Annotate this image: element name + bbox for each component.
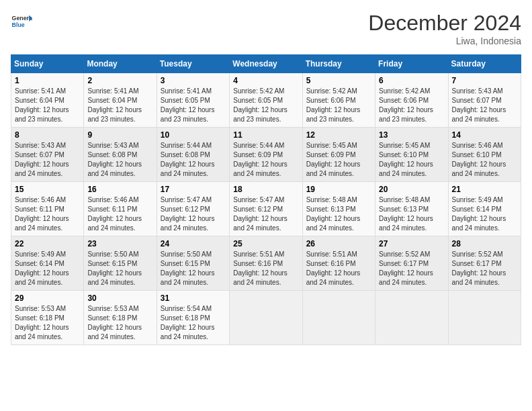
calendar-cell: 27 Sunrise: 5:52 AMSunset: 6:17 PMDaylig… bbox=[375, 236, 448, 291]
calendar-cell: 4 Sunrise: 5:42 AMSunset: 6:05 PMDayligh… bbox=[230, 73, 302, 128]
calendar-cell: 6 Sunrise: 5:42 AMSunset: 6:06 PMDayligh… bbox=[375, 73, 448, 128]
weekday-monday: Monday bbox=[84, 55, 157, 73]
day-number: 27 bbox=[379, 239, 444, 248]
day-info: Sunrise: 5:46 AMSunset: 6:11 PMDaylight:… bbox=[87, 196, 142, 232]
day-info: Sunrise: 5:44 AMSunset: 6:08 PMDaylight:… bbox=[161, 142, 215, 177]
calendar-body: 1 Sunrise: 5:41 AMSunset: 6:04 PMDayligh… bbox=[11, 73, 521, 345]
calendar-cell: 18 Sunrise: 5:47 AMSunset: 6:12 PMDaylig… bbox=[230, 182, 302, 236]
day-info: Sunrise: 5:47 AMSunset: 6:12 PMDaylight:… bbox=[161, 196, 215, 232]
day-number: 13 bbox=[379, 130, 444, 140]
day-number: 7 bbox=[452, 76, 517, 85]
calendar-cell: 25 Sunrise: 5:51 AMSunset: 6:16 PMDaylig… bbox=[230, 236, 302, 291]
day-number: 25 bbox=[233, 239, 298, 248]
day-info: Sunrise: 5:50 AMSunset: 6:15 PMDaylight:… bbox=[161, 250, 215, 286]
logo: General Blue bbox=[11, 11, 32, 32]
day-number: 30 bbox=[87, 293, 152, 303]
day-number: 14 bbox=[452, 130, 517, 140]
day-number: 4 bbox=[233, 76, 298, 85]
calendar-cell bbox=[302, 291, 375, 345]
day-info: Sunrise: 5:51 AMSunset: 6:16 PMDaylight:… bbox=[233, 250, 287, 286]
calendar-cell: 28 Sunrise: 5:52 AMSunset: 6:17 PMDaylig… bbox=[448, 236, 521, 291]
day-info: Sunrise: 5:53 AMSunset: 6:18 PMDaylight:… bbox=[87, 305, 142, 340]
day-number: 23 bbox=[87, 239, 152, 248]
day-info: Sunrise: 5:42 AMSunset: 6:06 PMDaylight:… bbox=[306, 87, 361, 123]
calendar-table: SundayMondayTuesdayWednesdayThursdayFrid… bbox=[11, 54, 521, 345]
day-info: Sunrise: 5:43 AMSunset: 6:07 PMDaylight:… bbox=[15, 142, 69, 177]
calendar-cell: 3 Sunrise: 5:41 AMSunset: 6:05 PMDayligh… bbox=[157, 73, 229, 128]
weekday-friday: Friday bbox=[375, 55, 448, 73]
weekday-wednesday: Wednesday bbox=[230, 55, 302, 73]
day-info: Sunrise: 5:53 AMSunset: 6:18 PMDaylight:… bbox=[15, 305, 69, 340]
calendar-cell: 11 Sunrise: 5:44 AMSunset: 6:09 PMDaylig… bbox=[230, 128, 302, 182]
calendar-cell bbox=[448, 291, 521, 345]
day-number: 12 bbox=[306, 130, 371, 140]
day-number: 24 bbox=[161, 239, 226, 248]
day-info: Sunrise: 5:41 AMSunset: 6:05 PMDaylight:… bbox=[161, 87, 215, 123]
day-number: 1 bbox=[15, 76, 80, 85]
day-info: Sunrise: 5:45 AMSunset: 6:10 PMDaylight:… bbox=[379, 142, 433, 177]
day-info: Sunrise: 5:43 AMSunset: 6:07 PMDaylight:… bbox=[452, 87, 506, 123]
day-number: 8 bbox=[15, 130, 80, 140]
day-number: 11 bbox=[233, 130, 298, 140]
day-number: 20 bbox=[379, 185, 444, 194]
day-info: Sunrise: 5:46 AMSunset: 6:10 PMDaylight:… bbox=[452, 142, 506, 177]
calendar-week-3: 15 Sunrise: 5:46 AMSunset: 6:11 PMDaylig… bbox=[11, 182, 521, 236]
location-subtitle: Liwa, Indonesia bbox=[368, 36, 521, 46]
calendar-cell: 16 Sunrise: 5:46 AMSunset: 6:11 PMDaylig… bbox=[84, 182, 157, 236]
svg-text:Blue: Blue bbox=[12, 21, 25, 28]
day-number: 17 bbox=[161, 185, 226, 194]
day-info: Sunrise: 5:41 AMSunset: 6:04 PMDaylight:… bbox=[15, 87, 69, 123]
day-info: Sunrise: 5:42 AMSunset: 6:06 PMDaylight:… bbox=[379, 87, 433, 123]
day-info: Sunrise: 5:47 AMSunset: 6:12 PMDaylight:… bbox=[233, 196, 287, 232]
calendar-week-4: 22 Sunrise: 5:49 AMSunset: 6:14 PMDaylig… bbox=[11, 236, 521, 291]
weekday-tuesday: Tuesday bbox=[157, 55, 229, 73]
day-number: 26 bbox=[306, 239, 371, 248]
day-number: 16 bbox=[87, 185, 152, 194]
day-number: 3 bbox=[161, 76, 226, 85]
calendar-cell: 2 Sunrise: 5:41 AMSunset: 6:04 PMDayligh… bbox=[84, 73, 157, 128]
day-info: Sunrise: 5:43 AMSunset: 6:08 PMDaylight:… bbox=[87, 142, 142, 177]
calendar-cell: 12 Sunrise: 5:45 AMSunset: 6:09 PMDaylig… bbox=[302, 128, 375, 182]
day-number: 5 bbox=[306, 76, 371, 85]
day-info: Sunrise: 5:51 AMSunset: 6:16 PMDaylight:… bbox=[306, 250, 361, 286]
day-number: 9 bbox=[87, 130, 152, 140]
title-area: December 2024 Liwa, Indonesia bbox=[368, 11, 521, 46]
weekday-header-row: SundayMondayTuesdayWednesdayThursdayFrid… bbox=[11, 55, 521, 73]
day-info: Sunrise: 5:41 AMSunset: 6:04 PMDaylight:… bbox=[87, 87, 142, 123]
calendar-cell: 13 Sunrise: 5:45 AMSunset: 6:10 PMDaylig… bbox=[375, 128, 448, 182]
day-info: Sunrise: 5:49 AMSunset: 6:14 PMDaylight:… bbox=[452, 196, 506, 232]
day-number: 2 bbox=[87, 76, 152, 85]
day-info: Sunrise: 5:52 AMSunset: 6:17 PMDaylight:… bbox=[379, 250, 433, 286]
day-number: 31 bbox=[161, 293, 226, 303]
day-number: 29 bbox=[15, 293, 80, 303]
day-info: Sunrise: 5:48 AMSunset: 6:13 PMDaylight:… bbox=[379, 196, 433, 232]
calendar-cell: 10 Sunrise: 5:44 AMSunset: 6:08 PMDaylig… bbox=[157, 128, 229, 182]
day-info: Sunrise: 5:45 AMSunset: 6:09 PMDaylight:… bbox=[306, 142, 361, 177]
calendar-cell: 15 Sunrise: 5:46 AMSunset: 6:11 PMDaylig… bbox=[11, 182, 84, 236]
calendar-cell: 20 Sunrise: 5:48 AMSunset: 6:13 PMDaylig… bbox=[375, 182, 448, 236]
calendar-cell: 19 Sunrise: 5:48 AMSunset: 6:13 PMDaylig… bbox=[302, 182, 375, 236]
calendar-cell: 29 Sunrise: 5:53 AMSunset: 6:18 PMDaylig… bbox=[11, 291, 84, 345]
calendar-cell bbox=[375, 291, 448, 345]
calendar-cell bbox=[230, 291, 302, 345]
day-info: Sunrise: 5:52 AMSunset: 6:17 PMDaylight:… bbox=[452, 250, 506, 286]
logo-icon: General Blue bbox=[11, 11, 32, 32]
weekday-sunday: Sunday bbox=[11, 55, 84, 73]
day-number: 28 bbox=[452, 239, 517, 248]
calendar-cell: 14 Sunrise: 5:46 AMSunset: 6:10 PMDaylig… bbox=[448, 128, 521, 182]
day-info: Sunrise: 5:42 AMSunset: 6:05 PMDaylight:… bbox=[233, 87, 287, 123]
calendar-cell: 9 Sunrise: 5:43 AMSunset: 6:08 PMDayligh… bbox=[84, 128, 157, 182]
calendar-week-5: 29 Sunrise: 5:53 AMSunset: 6:18 PMDaylig… bbox=[11, 291, 521, 345]
calendar-cell: 1 Sunrise: 5:41 AMSunset: 6:04 PMDayligh… bbox=[11, 73, 84, 128]
day-info: Sunrise: 5:44 AMSunset: 6:09 PMDaylight:… bbox=[233, 142, 287, 177]
day-info: Sunrise: 5:48 AMSunset: 6:13 PMDaylight:… bbox=[306, 196, 361, 232]
day-info: Sunrise: 5:50 AMSunset: 6:15 PMDaylight:… bbox=[87, 250, 142, 286]
day-number: 18 bbox=[233, 185, 298, 194]
weekday-saturday: Saturday bbox=[448, 55, 521, 73]
calendar-cell: 26 Sunrise: 5:51 AMSunset: 6:16 PMDaylig… bbox=[302, 236, 375, 291]
day-number: 6 bbox=[379, 76, 444, 85]
day-number: 22 bbox=[15, 239, 80, 248]
calendar-cell: 30 Sunrise: 5:53 AMSunset: 6:18 PMDaylig… bbox=[84, 291, 157, 345]
calendar-cell: 5 Sunrise: 5:42 AMSunset: 6:06 PMDayligh… bbox=[302, 73, 375, 128]
calendar-cell: 23 Sunrise: 5:50 AMSunset: 6:15 PMDaylig… bbox=[84, 236, 157, 291]
